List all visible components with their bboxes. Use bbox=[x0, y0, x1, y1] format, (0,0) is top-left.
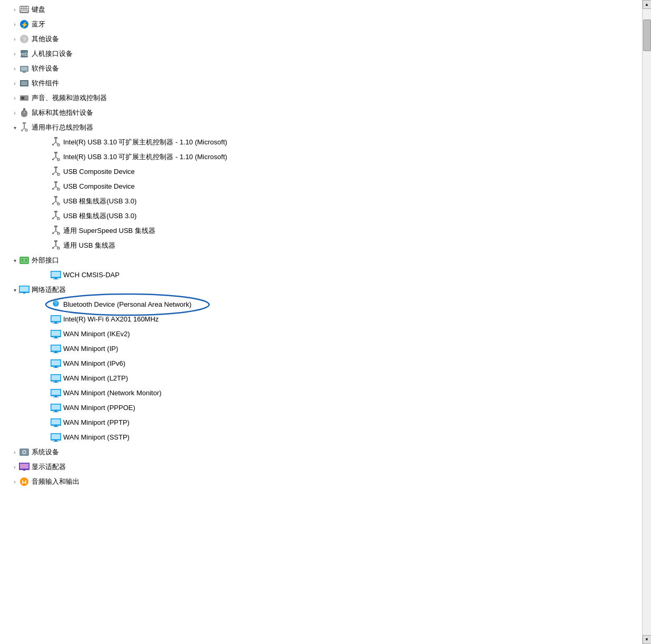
svg-rect-114 bbox=[52, 375, 60, 380]
tree-item-wangluo[interactable]: ▾网络适配器 bbox=[0, 282, 642, 297]
tree-item-bluetooth[interactable]: ›⚡蓝牙 bbox=[0, 17, 642, 32]
svg-point-41 bbox=[57, 144, 60, 146]
svg-rect-100 bbox=[53, 323, 58, 324]
tree-item-wch-cmsis[interactable]: WCH CMSIS-DAP bbox=[0, 268, 642, 282]
svg-rect-112 bbox=[53, 367, 58, 368]
label-intel-wifi: Intel(R) Wi-Fi 6 AX201 160MHz bbox=[63, 315, 159, 324]
tree-item-usb-hub1[interactable]: USB 根集线器(USB 3.0) bbox=[0, 194, 642, 209]
tree-item-usb-controller[interactable]: ▾通用串行总线控制器 bbox=[0, 120, 642, 135]
svg-rect-124 bbox=[53, 412, 58, 412]
label-ruanjian-shebei: 软件设备 bbox=[32, 64, 59, 73]
tree-item-ruanjian-zuojian[interactable]: ›软件组件 bbox=[0, 76, 642, 91]
expand-icon-wan-pppoe bbox=[42, 404, 51, 412]
tree-item-bluetooth-net[interactable]: B+Bluetooth Device (Personal Area Networ… bbox=[0, 297, 642, 312]
tree-item-jianpan[interactable]: ›键盘 bbox=[0, 2, 642, 17]
icon-yinpin bbox=[19, 476, 29, 487]
svg-rect-115 bbox=[55, 381, 57, 382]
icon-bluetooth-net: B+ bbox=[51, 299, 61, 310]
tree-item-waibujiekou[interactable]: ▾外部接口 bbox=[0, 253, 642, 268]
tree-item-qita[interactable]: ›?其他设备 bbox=[0, 32, 642, 46]
tree-item-usb-composite1[interactable]: USB Composite Device bbox=[0, 164, 642, 179]
label-wan-ikev2: WAN Miniport (IKEv2) bbox=[63, 329, 130, 339]
tree-item-superspeed-hub[interactable]: 通用 SuperSpeed USB 集线器 bbox=[0, 223, 642, 238]
expand-icon-usb-controller: ▾ bbox=[11, 123, 19, 132]
label-wan-pppoe: WAN Miniport (PPPOE) bbox=[63, 403, 135, 413]
tree-item-usb-hub-generic[interactable]: 通用 USB 集线器 bbox=[0, 238, 642, 253]
label-intel-usb2: Intel(R) USB 3.10 可扩展主机控制器 - 1.10 (Micro… bbox=[63, 152, 227, 162]
tree-item-intel-usb2[interactable]: Intel(R) USB 3.10 可扩展主机控制器 - 1.10 (Micro… bbox=[0, 150, 642, 164]
svg-rect-103 bbox=[55, 337, 57, 338]
scroll-down-btn[interactable]: ▼ bbox=[643, 635, 652, 644]
label-yinpin: 音频输入和输出 bbox=[32, 477, 80, 486]
scroll-thumb[interactable] bbox=[643, 19, 651, 51]
svg-point-83 bbox=[57, 247, 60, 249]
svg-rect-123 bbox=[55, 411, 57, 412]
svg-rect-90 bbox=[55, 278, 57, 279]
label-usb-composite1: USB Composite Device bbox=[63, 167, 135, 177]
svg-text:?: ? bbox=[23, 36, 26, 43]
svg-rect-42 bbox=[54, 152, 57, 153]
tree-item-ruanjian-shebei[interactable]: ›软件设备 bbox=[0, 61, 642, 76]
expand-icon-wan-l2tp bbox=[42, 374, 51, 383]
tree-item-usb-hub2[interactable]: USB 根集线器(USB 3.0) bbox=[0, 209, 642, 223]
svg-text:⚡: ⚡ bbox=[21, 21, 28, 28]
tree-item-intel-usb1[interactable]: Intel(R) USB 3.10 可扩展主机控制器 - 1.10 (Micro… bbox=[0, 135, 642, 150]
tree-item-wan-ip[interactable]: WAN Miniport (IP) bbox=[0, 341, 642, 356]
tree-item-wan-pptp[interactable]: WAN Miniport (PPTP) bbox=[0, 415, 642, 430]
tree-item-wan-netmon[interactable]: WAN Miniport (Network Monitor) bbox=[0, 386, 642, 401]
tree-item-usb-composite2[interactable]: USB Composite Device bbox=[0, 179, 642, 194]
expand-icon-usb-hub2 bbox=[42, 212, 51, 220]
svg-rect-3 bbox=[24, 7, 26, 8]
label-wan-netmon: WAN Miniport (Network Monitor) bbox=[63, 388, 162, 398]
svg-rect-106 bbox=[52, 346, 60, 350]
tree-item-intel-wifi[interactable]: Intel(R) Wi-Fi 6 AX201 160MHz bbox=[0, 312, 642, 327]
svg-point-65 bbox=[57, 203, 60, 205]
icon-wan-ipv6 bbox=[51, 358, 61, 369]
svg-rect-25 bbox=[25, 97, 27, 98]
svg-rect-93 bbox=[20, 287, 28, 291]
svg-rect-30 bbox=[23, 122, 26, 124]
svg-rect-18 bbox=[23, 72, 26, 73]
tree-item-wan-sstp[interactable]: WAN Miniport (SSTP) bbox=[0, 430, 642, 445]
svg-rect-91 bbox=[53, 279, 58, 279]
svg-rect-126 bbox=[52, 419, 60, 424]
expand-icon-intel-usb1 bbox=[42, 138, 51, 147]
expand-icon-wch-cmsis bbox=[42, 271, 51, 279]
tree-item-wan-ipv6[interactable]: WAN Miniport (IPv6) bbox=[0, 356, 642, 371]
expand-icon-wan-sstp bbox=[42, 433, 51, 442]
svg-rect-116 bbox=[53, 382, 58, 383]
svg-rect-46 bbox=[52, 159, 54, 160]
svg-rect-34 bbox=[21, 130, 23, 131]
icon-xianshi bbox=[19, 462, 29, 472]
expand-icon-shengyin: › bbox=[11, 94, 19, 102]
tree-item-yinpin[interactable]: ›音频输入和输出 bbox=[0, 474, 642, 489]
tree-item-shubiao[interactable]: ›鼠标和其他指针设备 bbox=[0, 105, 642, 120]
svg-rect-118 bbox=[52, 390, 60, 395]
tree-item-shengyin[interactable]: ›声音、视频和游戏控制器 bbox=[0, 91, 642, 105]
label-usb-hub2: USB 根集线器(USB 3.0) bbox=[63, 211, 136, 221]
svg-point-71 bbox=[57, 218, 60, 220]
tree-item-wan-pppoe[interactable]: WAN Miniport (PPPOE) bbox=[0, 401, 642, 415]
label-jianpan: 键盘 bbox=[32, 5, 45, 14]
tree-item-wan-l2tp[interactable]: WAN Miniport (L2TP) bbox=[0, 371, 642, 386]
scroll-up-btn[interactable]: ▲ bbox=[643, 0, 652, 9]
svg-rect-119 bbox=[55, 396, 57, 397]
svg-text:B+: B+ bbox=[54, 303, 58, 306]
svg-rect-36 bbox=[54, 137, 57, 139]
svg-rect-137 bbox=[20, 464, 28, 469]
expand-icon-usb-hub-generic bbox=[42, 241, 51, 250]
icon-wan-sstp bbox=[51, 432, 61, 443]
tree-item-wan-ikev2[interactable]: WAN Miniport (IKEv2) bbox=[0, 327, 642, 341]
tree-item-xitong[interactable]: ›系统设备 bbox=[0, 445, 642, 460]
svg-rect-20 bbox=[21, 81, 27, 85]
icon-wan-ip bbox=[51, 344, 61, 354]
icon-renjie: HID bbox=[19, 48, 29, 59]
svg-rect-37 bbox=[55, 139, 56, 142]
tree-item-xianshi[interactable]: ›显示适配器 bbox=[0, 460, 642, 474]
icon-wan-pppoe bbox=[51, 403, 61, 413]
label-wan-l2tp: WAN Miniport (L2TP) bbox=[63, 374, 128, 383]
svg-rect-17 bbox=[21, 67, 27, 71]
svg-rect-70 bbox=[52, 218, 54, 219]
svg-rect-66 bbox=[54, 211, 57, 212]
tree-item-renjie[interactable]: ›HID人机接口设备 bbox=[0, 46, 642, 61]
